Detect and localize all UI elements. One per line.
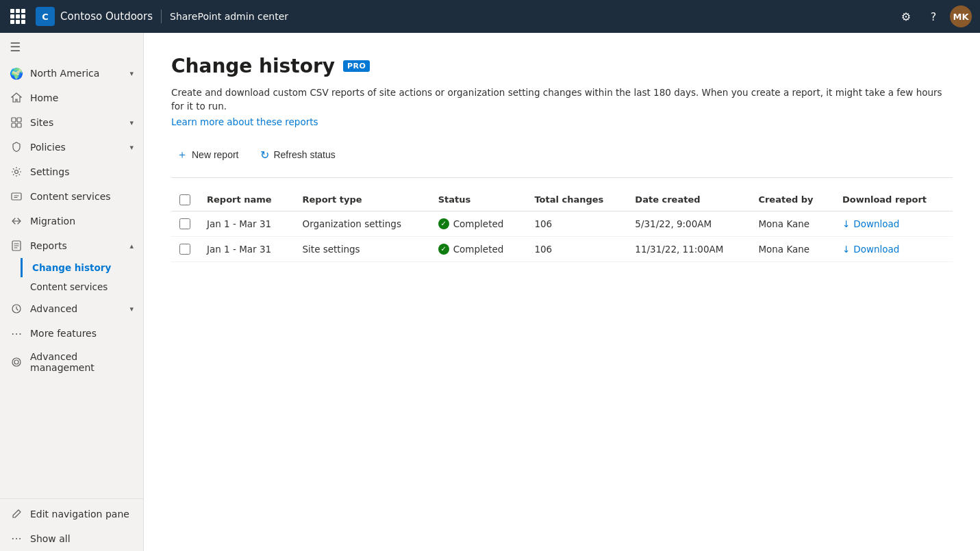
refresh-status-button[interactable]: ↻ Refresh status xyxy=(255,144,340,166)
waffle-icon xyxy=(10,9,25,24)
sidebar-item-policies[interactable]: Policies ▾ xyxy=(0,135,143,159)
reports-submenu: Change history Content services xyxy=(0,258,143,296)
sidebar-item-home-label: Home xyxy=(30,92,134,103)
svg-rect-1 xyxy=(17,118,21,122)
sidebar-item-reports-label: Reports xyxy=(30,240,123,251)
edit-nav-label: Edit navigation pane xyxy=(30,509,134,520)
sidebar-item-reports[interactable]: Reports ▴ xyxy=(0,233,143,258)
show-all-label: Show all xyxy=(30,533,134,544)
col-report-name: Report name xyxy=(199,189,294,212)
table-row: Jan 1 - Mar 31 Site settings Completed 1… xyxy=(171,236,953,261)
sites-icon xyxy=(10,116,23,129)
row-checkbox-cell xyxy=(171,236,199,261)
toolbar: ＋ New report ↻ Refresh status xyxy=(171,144,953,178)
svg-rect-5 xyxy=(12,193,21,200)
row-created-by-1: Mona Kane xyxy=(750,236,834,261)
sidebar-item-content-services[interactable]: Content services xyxy=(0,184,143,209)
app-logo[interactable]: C Contoso Outdoors xyxy=(36,7,153,26)
svg-rect-0 xyxy=(12,118,16,122)
advanced-management-icon xyxy=(10,355,23,369)
sidebar-item-more-features[interactable]: ⋯ More features xyxy=(0,321,143,346)
col-created-by: Created by xyxy=(750,189,834,212)
row-status-0: Completed xyxy=(430,211,527,236)
col-report-type: Report type xyxy=(294,189,430,212)
home-icon xyxy=(10,91,23,105)
download-link-0[interactable]: ↓ Download xyxy=(842,218,944,229)
row-checkbox-cell xyxy=(171,211,199,236)
row-date-created-1: 11/31/22, 11:00AM xyxy=(627,236,750,261)
row-report-name-1: Jan 1 - Mar 31 xyxy=(199,236,294,261)
page-title: Change history xyxy=(171,55,335,77)
product-name: SharePoint admin center xyxy=(170,11,887,22)
sidebar-item-migration-label: Migration xyxy=(30,216,134,227)
sidebar-item-sites[interactable]: Sites ▾ xyxy=(0,110,143,135)
row-report-type-0: Organization settings xyxy=(294,211,430,236)
refresh-icon: ↻ xyxy=(260,149,269,162)
sidebar-item-advanced-management[interactable]: Advanced management xyxy=(0,346,143,379)
svg-rect-2 xyxy=(12,123,16,127)
sidebar-item-content-services-label: Content services xyxy=(30,191,134,202)
download-icon: ↓ xyxy=(842,244,850,255)
row-checkbox-1[interactable] xyxy=(179,244,190,255)
download-label: Download xyxy=(853,244,899,255)
topbar-divider xyxy=(161,10,162,23)
learn-more-link[interactable]: Learn more about these reports xyxy=(171,116,318,127)
row-report-name-0: Jan 1 - Mar 31 xyxy=(199,211,294,236)
download-link-1[interactable]: ↓ Download xyxy=(842,244,944,255)
reports-icon xyxy=(10,239,23,253)
sidebar-item-show-all[interactable]: ··· Show all xyxy=(0,526,143,551)
sidebar-item-advanced[interactable]: Advanced ▾ xyxy=(0,296,143,321)
sidebar-item-change-history[interactable]: Change history xyxy=(21,258,143,277)
sidebar-bottom: Edit navigation pane ··· Show all xyxy=(0,498,143,551)
col-download-report: Download report xyxy=(834,189,953,212)
app-name: Contoso Outdoors xyxy=(60,10,153,23)
download-icon: ↓ xyxy=(842,218,850,229)
main-content: Change history PRO Create and download c… xyxy=(144,33,980,551)
content-services-icon xyxy=(10,190,23,203)
new-report-button[interactable]: ＋ New report xyxy=(171,144,244,166)
row-created-by-0: Mona Kane xyxy=(750,211,834,236)
sidebar-item-region[interactable]: 🌍 North America ▾ xyxy=(0,61,143,86)
logo-letter: C xyxy=(42,12,49,22)
migration-icon xyxy=(10,214,23,228)
row-date-created-0: 5/31/22, 9:00AM xyxy=(627,211,750,236)
sidebar-item-content-services-sub[interactable]: Content services xyxy=(30,277,143,296)
select-all-checkbox[interactable] xyxy=(179,194,190,205)
sidebar-item-settings[interactable]: Settings xyxy=(0,159,143,184)
sidebar-item-settings-label: Settings xyxy=(30,166,134,177)
status-label: Completed xyxy=(453,244,504,255)
col-status: Status xyxy=(430,189,527,212)
chevron-up-icon: ▴ xyxy=(129,242,134,251)
refresh-status-label: Refresh status xyxy=(273,149,335,160)
sidebar-item-more-features-label: More features xyxy=(30,328,134,339)
svg-rect-3 xyxy=(17,123,21,127)
row-total-changes-1: 106 xyxy=(526,236,627,261)
table-header-row: Report name Report type Status Total cha… xyxy=(171,189,953,212)
more-features-icon: ⋯ xyxy=(10,326,23,340)
sidebar-item-home[interactable]: Home xyxy=(0,86,143,110)
topbar-actions: ⚙ ? MK xyxy=(895,5,972,27)
row-status-1: Completed xyxy=(430,236,527,261)
sidebar-item-edit-nav[interactable]: Edit navigation pane xyxy=(0,502,143,526)
col-date-created: Date created xyxy=(627,189,750,212)
chevron-down-icon: ▾ xyxy=(129,305,134,313)
waffle-menu-button[interactable] xyxy=(8,7,27,26)
row-download-1: ↓ Download xyxy=(834,236,953,261)
completed-icon xyxy=(438,218,449,229)
chevron-down-icon: ▾ xyxy=(129,69,134,78)
help-icon-button[interactable]: ? xyxy=(922,5,944,27)
sidebar-item-policies-label: Policies xyxy=(30,142,123,153)
sidebar-item-migration[interactable]: Migration xyxy=(0,209,143,233)
settings-icon-button[interactable]: ⚙ xyxy=(895,5,917,27)
reports-table: Report name Report type Status Total cha… xyxy=(171,189,953,262)
svg-point-8 xyxy=(12,358,21,366)
row-checkbox-0[interactable] xyxy=(179,218,190,229)
sidebar-collapse-button[interactable]: ☰ xyxy=(0,33,143,61)
download-label: Download xyxy=(853,218,899,229)
col-total-changes: Total changes xyxy=(526,189,627,212)
sidebar: ☰ 🌍 North America ▾ Home Sites ▾ xyxy=(0,33,144,551)
pro-badge: PRO xyxy=(343,60,370,72)
svg-point-4 xyxy=(15,170,18,174)
logo-box: C xyxy=(36,7,55,26)
user-avatar[interactable]: MK xyxy=(950,5,972,27)
